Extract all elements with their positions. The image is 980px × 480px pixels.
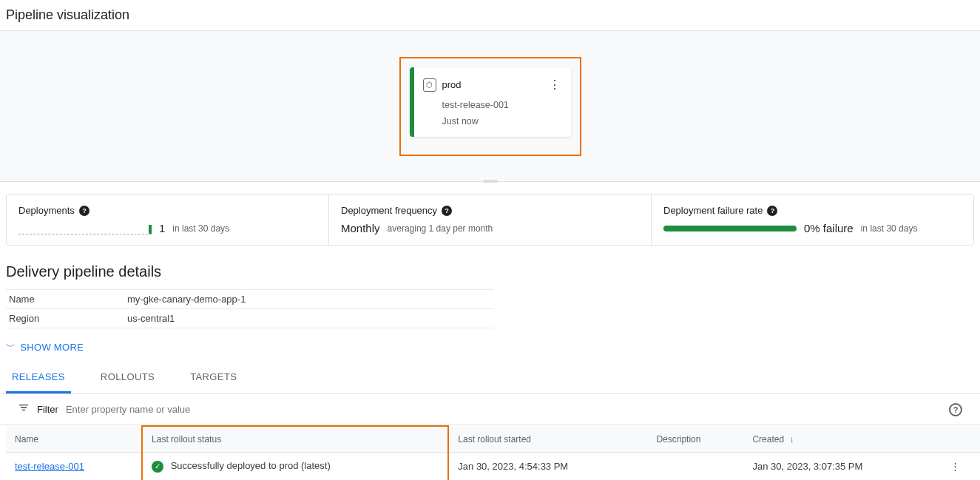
failure-period: in last 30 days bbox=[861, 223, 918, 234]
viz-section-title: Pipeline visualization bbox=[0, 0, 980, 30]
deployments-count: 1 bbox=[159, 222, 165, 234]
table-row[interactable]: test-release-001 ✓ Successfully deployed… bbox=[6, 453, 980, 481]
stat-deployments: Deployments ? 1 in last 30 days bbox=[7, 195, 329, 245]
stat-deployments-title: Deployments bbox=[18, 205, 75, 216]
details-table: Name my-gke-canary-demo-app-1 Region us-… bbox=[6, 289, 494, 328]
detail-region-label: Region bbox=[6, 309, 124, 328]
deployments-period: in last 30 days bbox=[172, 223, 229, 234]
tab-targets[interactable]: TARGETS bbox=[184, 362, 243, 393]
stage-time: Just now bbox=[442, 116, 564, 126]
details-title: Delivery pipeline details bbox=[0, 257, 980, 286]
filter-input[interactable] bbox=[66, 404, 942, 415]
stat-frequency-title: Deployment frequency bbox=[341, 205, 437, 216]
frequency-value: Monthly bbox=[341, 222, 380, 234]
stat-failure-title: Deployment failure rate bbox=[663, 205, 763, 216]
help-icon[interactable]: ? bbox=[79, 206, 89, 216]
help-icon[interactable]: ? bbox=[949, 403, 962, 416]
viz-canvas: ⬡ prod ⋮ test-release-001 Just now bbox=[0, 30, 980, 182]
col-status[interactable]: Last rollout status bbox=[142, 426, 448, 453]
col-created-label: Created bbox=[752, 434, 784, 444]
filter-icon bbox=[18, 402, 30, 417]
release-link[interactable]: test-release-001 bbox=[15, 461, 84, 472]
rollout-status-text: Successfully deployed to prod (latest) bbox=[171, 460, 331, 471]
stats-row: Deployments ? 1 in last 30 days Deployme… bbox=[6, 194, 974, 246]
success-check-icon: ✓ bbox=[152, 461, 163, 473]
stage-overflow-menu[interactable]: ⋮ bbox=[546, 76, 564, 94]
stage-name: prod bbox=[442, 79, 462, 90]
stat-failure: Deployment failure rate ? 0% failure in … bbox=[652, 195, 973, 245]
filter-bar: Filter ? bbox=[0, 394, 980, 425]
col-name[interactable]: Name bbox=[6, 426, 142, 453]
sort-desc-icon: ↓ bbox=[789, 434, 794, 444]
filter-label: Filter bbox=[37, 404, 58, 415]
tab-releases[interactable]: RELEASES bbox=[6, 362, 71, 393]
stage-card-prod[interactable]: ⬡ prod ⋮ test-release-001 Just now bbox=[410, 67, 571, 137]
rollout-description bbox=[647, 453, 743, 481]
frequency-detail: averaging 1 day per month bbox=[388, 223, 493, 234]
failure-value: 0% failure bbox=[804, 222, 854, 234]
tab-rollouts[interactable]: ROLLOUTS bbox=[95, 362, 160, 393]
rollout-created: Jan 30, 2023, 3:07:35 PM bbox=[743, 453, 942, 481]
row-overflow-menu[interactable]: ⋮ bbox=[942, 453, 980, 481]
show-more-button[interactable]: ﹀ SHOW MORE bbox=[0, 331, 980, 362]
detail-region-value: us-central1 bbox=[124, 309, 494, 328]
show-more-label: SHOW MORE bbox=[20, 342, 84, 353]
releases-table: Name Last rollout status Last rollout st… bbox=[6, 425, 980, 480]
help-icon[interactable]: ? bbox=[767, 206, 777, 216]
kubernetes-icon: ⬡ bbox=[423, 78, 436, 92]
detail-name-value: my-gke-canary-demo-app-1 bbox=[124, 290, 494, 309]
stat-frequency: Deployment frequency ? Monthly averaging… bbox=[329, 195, 652, 245]
rollout-started: Jan 30, 2023, 4:54:33 PM bbox=[448, 453, 647, 481]
col-created[interactable]: Created ↓ bbox=[743, 426, 942, 453]
detail-name-label: Name bbox=[6, 290, 124, 309]
help-icon[interactable]: ? bbox=[442, 206, 452, 216]
tabs-bar: RELEASES ROLLOUTS TARGETS bbox=[0, 362, 980, 394]
stage-release: test-release-001 bbox=[442, 100, 564, 110]
resize-handle[interactable] bbox=[483, 180, 498, 183]
highlight-box: ⬡ prod ⋮ test-release-001 Just now bbox=[399, 57, 581, 156]
chevron-down-icon: ﹀ bbox=[6, 340, 16, 354]
failure-bar bbox=[663, 226, 797, 231]
col-started[interactable]: Last rollout started bbox=[448, 426, 647, 453]
deployments-sparkline bbox=[18, 223, 152, 234]
col-description[interactable]: Description bbox=[647, 426, 743, 453]
